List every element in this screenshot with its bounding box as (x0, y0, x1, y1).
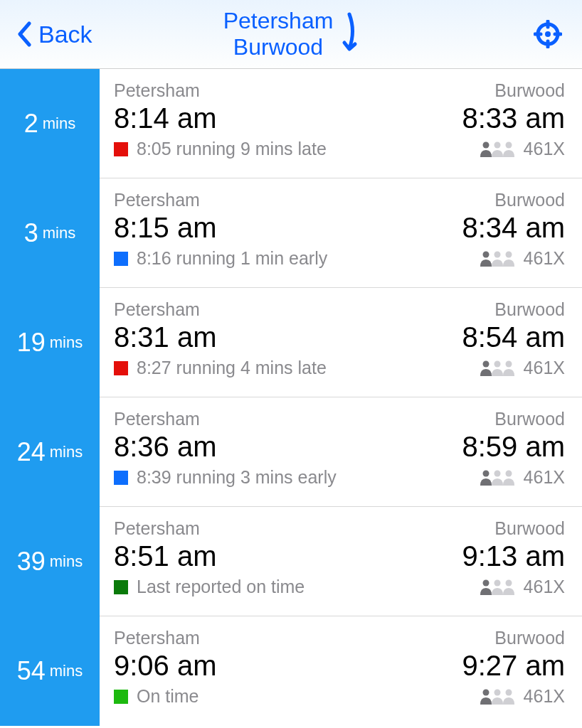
wait-time: 24mins (0, 397, 100, 507)
wait-unit: mins (43, 114, 75, 133)
arrive-time: 8:33 am (462, 102, 565, 134)
swap-direction-button[interactable] (340, 10, 359, 58)
svg-point-12 (482, 360, 489, 367)
origin-label: Petersham (114, 628, 200, 648)
wait-unit: mins (43, 224, 75, 242)
destination-label: Burwood (494, 190, 565, 210)
occupancy-icon (481, 251, 515, 267)
depart-time: 9:06 am (114, 650, 217, 682)
trip-row[interactable]: 3minsPetershamBurwood8:15 am8:34 am8:16 … (0, 178, 582, 288)
depart-time: 8:31 am (114, 321, 217, 353)
occupancy-icon (481, 360, 515, 376)
svg-point-5 (545, 31, 551, 37)
status-indicator-icon (114, 142, 128, 156)
origin-label: Petersham (114, 190, 200, 210)
wait-number: 19 (17, 328, 46, 358)
route-to: Burwood (233, 34, 323, 60)
destination-label: Burwood (494, 409, 565, 429)
svg-point-23 (505, 689, 512, 695)
trip-row[interactable]: 2minsPetershamBurwood8:14 am8:33 am8:05 … (0, 69, 582, 178)
trip-detail: PetershamBurwood8:15 am8:34 am8:16 runni… (100, 178, 582, 288)
svg-point-7 (494, 141, 500, 148)
wait-unit: mins (50, 333, 83, 352)
trip-row[interactable]: 54minsPetershamBurwood9:06 am9:27 amOn t… (0, 616, 582, 726)
route-from: Petersham (223, 8, 334, 34)
back-button[interactable]: Back (0, 0, 92, 68)
route-title-button[interactable]: Petersham Burwood (223, 8, 334, 60)
origin-label: Petersham (114, 409, 200, 429)
wait-time: 54mins (0, 616, 100, 726)
wait-unit: mins (50, 443, 83, 461)
trip-detail: PetershamBurwood8:36 am8:59 am8:39 runni… (100, 397, 582, 507)
back-label: Back (38, 21, 92, 48)
wait-number: 2 (24, 109, 38, 139)
origin-label: Petersham (114, 299, 200, 320)
status-text: Last reported on time (137, 577, 305, 597)
svg-point-13 (494, 360, 500, 367)
arrive-time: 8:54 am (462, 321, 565, 353)
route-number: 461X (524, 358, 565, 378)
route-number: 461X (524, 577, 565, 597)
occupancy-icon (481, 141, 515, 157)
trip-detail: PetershamBurwood8:31 am8:54 am8:27 runni… (100, 288, 582, 397)
trip-detail: PetershamBurwood8:14 am8:33 am8:05 runni… (100, 69, 582, 178)
origin-label: Petersham (114, 518, 200, 539)
origin-label: Petersham (114, 80, 200, 101)
destination-label: Burwood (494, 299, 565, 320)
svg-point-20 (505, 579, 512, 586)
trip-row[interactable]: 24minsPetershamBurwood8:36 am8:59 am8:39… (0, 397, 582, 507)
depart-time: 8:51 am (114, 540, 217, 572)
depart-time: 8:14 am (114, 102, 217, 134)
swap-icon (340, 10, 359, 53)
depart-time: 8:36 am (114, 431, 217, 463)
destination-label: Burwood (494, 80, 565, 101)
svg-point-11 (505, 251, 512, 257)
arrive-time: 8:59 am (462, 431, 565, 463)
svg-point-22 (494, 689, 500, 695)
locate-button[interactable] (534, 0, 562, 68)
svg-point-19 (494, 579, 500, 586)
status-text: On time (137, 686, 199, 707)
wait-unit: mins (50, 662, 83, 680)
svg-point-17 (505, 470, 512, 476)
svg-point-16 (494, 470, 500, 476)
occupancy-icon (481, 579, 515, 595)
wait-time: 3mins (0, 178, 100, 288)
status-text: 8:16 running 1 min early (137, 248, 327, 269)
wait-unit: mins (50, 552, 83, 571)
route-number: 461X (524, 467, 565, 488)
chevron-left-icon (17, 21, 31, 47)
status-indicator-icon (114, 361, 128, 375)
route-number: 461X (524, 686, 565, 707)
status-indicator-icon (114, 471, 128, 485)
svg-point-18 (482, 579, 489, 586)
trip-list: 2minsPetershamBurwood8:14 am8:33 am8:05 … (0, 69, 582, 726)
wait-time: 19mins (0, 288, 100, 397)
status-text: 8:05 running 9 mins late (137, 139, 327, 159)
trip-row[interactable]: 19minsPetershamBurwood8:31 am8:54 am8:27… (0, 288, 582, 397)
svg-point-9 (482, 251, 489, 257)
status-indicator-icon (114, 252, 128, 266)
destination-label: Burwood (494, 628, 565, 648)
header: Back Petersham Burwood (0, 0, 582, 69)
arrive-time: 9:13 am (462, 540, 565, 572)
wait-number: 54 (17, 656, 46, 686)
occupancy-icon (481, 689, 515, 705)
destination-label: Burwood (494, 518, 565, 539)
arrive-time: 8:34 am (462, 212, 565, 244)
occupancy-icon (481, 470, 515, 486)
route-number: 461X (524, 139, 565, 159)
wait-number: 24 (17, 437, 46, 467)
svg-point-6 (482, 141, 489, 148)
trip-row[interactable]: 39minsPetershamBurwood8:51 am9:13 amLast… (0, 507, 582, 616)
svg-point-8 (505, 141, 512, 148)
svg-point-10 (494, 251, 500, 257)
status-text: 8:27 running 4 mins late (137, 358, 327, 378)
status-indicator-icon (114, 580, 128, 594)
wait-time: 39mins (0, 507, 100, 616)
arrive-time: 9:27 am (462, 650, 565, 682)
wait-time: 2mins (0, 69, 100, 178)
trip-detail: PetershamBurwood9:06 am9:27 amOn time461… (100, 616, 582, 726)
route-number: 461X (524, 248, 565, 269)
crosshair-icon (534, 20, 562, 48)
